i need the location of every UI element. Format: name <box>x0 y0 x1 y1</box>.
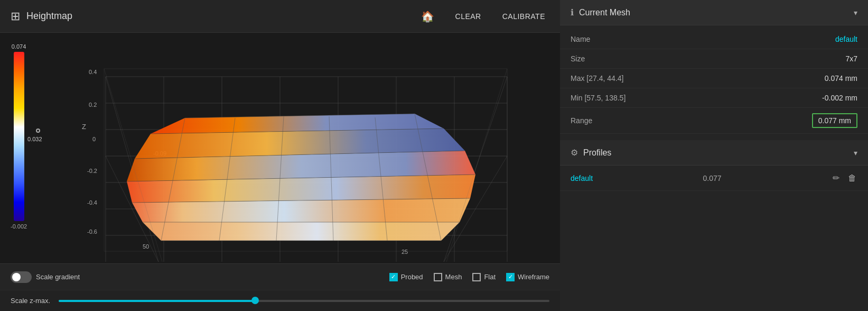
wireframe-label: Wireframe <box>518 273 549 281</box>
checkbox-group: ✓ Probed ✓ Mesh ✓ Flat ✓ Wirefram <box>389 273 549 281</box>
mesh-range-label: Range <box>571 116 592 125</box>
profile-value: 0.077 <box>593 174 832 182</box>
profile-actions: ✏ 🗑 <box>832 172 857 184</box>
mesh-range-row: Range 0.077 mm <box>560 108 868 134</box>
mesh-min-row: Min [57.5, 138.5] -0.002 mm <box>560 88 868 108</box>
flat-checkbox[interactable]: ✓ <box>472 273 481 281</box>
mesh-max-label: Max [27.4, 44.4] <box>571 74 623 83</box>
mesh-checkbox[interactable]: ✓ <box>434 273 442 281</box>
profiles-title: Profiles <box>583 148 611 158</box>
probed-checkmark: ✓ <box>391 273 396 280</box>
mesh-min-label: Min [57.5, 138.5] <box>571 94 626 102</box>
toggle-knob <box>12 273 21 281</box>
mesh-size-row: Size 7x7 <box>560 49 868 69</box>
mesh-max-row: Max [27.4, 44.4] 0.074 mm <box>560 69 868 88</box>
mesh-name-label: Name <box>571 35 590 43</box>
flat-label: Flat <box>484 273 496 281</box>
header-left: ⊞ Heightmap <box>11 10 72 23</box>
wireframe-checkmark: ✓ <box>508 273 513 280</box>
heightmap-mesh-svg <box>0 33 560 263</box>
scale-gradient-toggle-container: Scale gradient <box>11 271 80 283</box>
header-right: 🏠 CLEAR CALIBRATE <box>417 8 549 25</box>
scale-slider[interactable] <box>59 300 549 302</box>
current-mesh-chevron[interactable]: ▾ <box>854 8 857 17</box>
info-icon: ℹ <box>571 7 574 17</box>
mesh-name-row: Name default <box>560 30 868 49</box>
current-mesh-header: ℹ Current Mesh ▾ <box>560 0 868 25</box>
profile-name[interactable]: default <box>571 174 593 182</box>
mesh-size-label: Size <box>571 54 585 63</box>
current-mesh-title: Current Mesh <box>579 8 630 17</box>
mesh-min-value: -0.002 mm <box>822 94 857 102</box>
probed-checkbox[interactable]: ✓ <box>389 273 398 281</box>
current-mesh-info: Name default Size 7x7 Max [27.4, 44.4] 0… <box>560 25 868 138</box>
scale-bar-container: Scale z-max. <box>0 290 560 311</box>
heightmap-area: 0.074 -0.002 0.032 Z 0.4 0.2 0 -0.2 -0.4… <box>0 33 560 263</box>
profile-edit-button[interactable]: ✏ <box>832 172 841 184</box>
wireframe-checkbox[interactable]: ✓ <box>506 273 515 281</box>
profile-item: default 0.077 ✏ 🗑 <box>560 166 868 191</box>
home-button[interactable]: 🏠 <box>417 8 438 25</box>
probed-label: Probed <box>401 273 423 281</box>
scale-slider-fill <box>59 300 255 302</box>
scale-zmax-label: Scale z-max. <box>11 297 50 305</box>
profiles-icon: ⚙ <box>571 148 578 158</box>
mesh-max-value: 0.074 mm <box>825 74 857 83</box>
mesh-size-value: 7x7 <box>845 54 857 63</box>
profiles-header: ⚙ Profiles ▾ <box>560 140 868 166</box>
flat-checkbox-item[interactable]: ✓ Flat <box>472 273 496 281</box>
page-title: Heightmap <box>26 11 72 22</box>
header-bar: ⊞ Heightmap 🏠 CLEAR CALIBRATE <box>0 0 560 33</box>
probed-checkbox-item[interactable]: ✓ Probed <box>389 273 423 281</box>
svg-marker-19 <box>143 222 460 241</box>
calibrate-button[interactable]: CALIBRATE <box>498 10 549 23</box>
scale-gradient-toggle[interactable] <box>11 271 32 283</box>
scale-gradient-label: Scale gradient <box>36 273 80 281</box>
profiles-section: ⚙ Profiles ▾ default 0.077 ✏ 🗑 <box>560 140 868 191</box>
mesh-range-value: 0.077 mm <box>812 113 857 128</box>
mesh-label: Mesh <box>445 273 462 281</box>
section-header-left: ℹ Current Mesh <box>571 7 630 17</box>
profiles-chevron[interactable]: ▾ <box>854 149 857 157</box>
profile-delete-button[interactable]: 🗑 <box>847 172 857 184</box>
right-panel: ℹ Current Mesh ▾ Name default Size 7x7 M… <box>560 0 868 311</box>
mesh-checkbox-item[interactable]: ✓ Mesh <box>434 273 462 281</box>
wireframe-checkbox-item[interactable]: ✓ Wireframe <box>506 273 549 281</box>
grid-icon: ⊞ <box>11 10 20 23</box>
scale-slider-thumb[interactable] <box>251 297 259 304</box>
left-panel: ⊞ Heightmap 🏠 CLEAR CALIBRATE 0.074 -0.0… <box>0 0 560 311</box>
clear-button[interactable]: CLEAR <box>451 10 486 23</box>
mesh-name-value: default <box>835 35 857 43</box>
bottom-controls: Scale gradient ✓ Probed ✓ Mesh ✓ Flat <box>0 263 560 290</box>
profiles-header-left: ⚙ Profiles <box>571 148 611 158</box>
